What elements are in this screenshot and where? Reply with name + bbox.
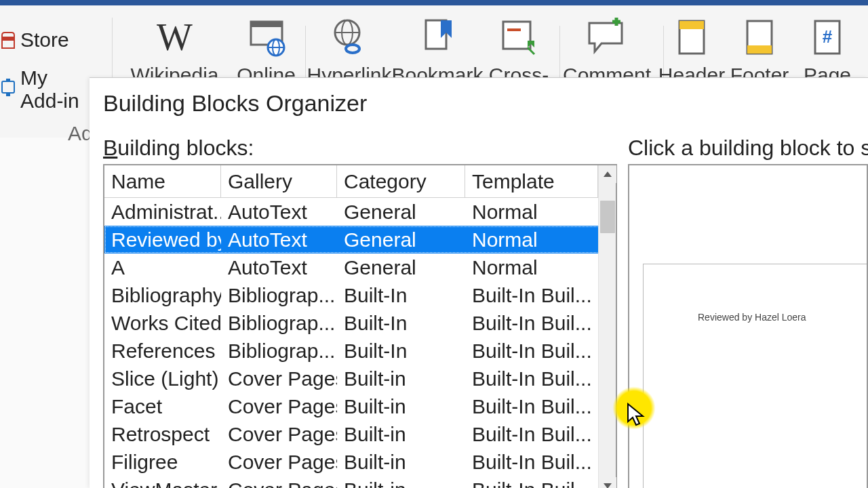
cell: Built-In Buil... [465,281,598,309]
cell: Built-In [337,309,465,337]
cell: Bibliograp... [221,309,337,337]
table-row[interactable]: Reviewed byAutoTextGeneralNormal [104,226,616,253]
store-button[interactable]: Store [0,26,92,64]
building-blocks-list[interactable]: Name Gallery Category Template Administr… [103,164,617,488]
cell: Bibliograp... [221,337,337,365]
svg-rect-1 [6,79,10,82]
header-icon [668,14,715,61]
scroll-thumb[interactable] [600,201,615,233]
svg-rect-13 [503,22,530,49]
svg-rect-4 [251,22,282,27]
cell: Built-in [337,365,465,392]
cross-reference-button[interactable]: Cross- [481,14,556,87]
table-row[interactable]: AAutoTextGeneralNormal [104,253,616,281]
col-header-gallery[interactable]: Gallery [221,165,337,198]
cell: Built-in [337,476,465,488]
cell: AutoText [221,198,337,226]
my-addins-button[interactable]: My Add-in [0,64,92,125]
cell: Built-in [337,448,465,476]
comment-button[interactable]: Comment [556,14,658,87]
table-row[interactable]: Administrat...AutoTextGeneralNormal [104,198,616,226]
cell: General [337,226,465,253]
svg-rect-2 [6,93,10,96]
addins-icon [0,78,16,102]
svg-rect-0 [2,81,14,93]
cell: Built-In Buil... [465,365,598,392]
cell: Filigree [104,448,221,476]
cell: Built-In Buil... [465,392,598,420]
cell: Administrat... [104,198,221,226]
col-header-name[interactable]: Name [104,165,221,198]
title-bar-strip [0,0,868,5]
store-label: Store [20,28,69,52]
hyperlink-icon [326,14,373,61]
table-row[interactable]: Slice (Light)Cover PagesBuilt-inBuilt-In… [104,365,616,392]
preview-pane: Reviewed by Hazel Loera [628,164,868,488]
svg-marker-24 [604,171,612,177]
preview-page: Reviewed by Hazel Loera [643,264,868,488]
header-button[interactable]: Header [658,14,726,87]
store-icon [0,30,16,49]
table-row[interactable]: FiligreeCover PagesBuilt-inBuilt-In Buil… [104,448,616,476]
online-video-button[interactable]: Online [227,14,305,87]
wikipedia-icon: W [151,14,199,61]
cell: Built-In Buil... [465,309,598,337]
my-addins-label: My Add-in [20,66,92,113]
cell: Built-in [337,392,465,420]
svg-marker-25 [604,483,612,488]
cell: Normal [465,198,598,226]
cell: Reviewed by [104,226,221,253]
table-row[interactable]: Works CitedBibliograp...Built-InBuilt-In… [104,309,616,337]
table-row[interactable]: FacetCover PagesBuilt-inBuilt-In Buil... [104,392,616,420]
col-header-category[interactable]: Category [337,165,465,198]
cell: Cover Pages [221,392,337,420]
footer-button[interactable]: Footer [726,14,793,87]
cell: Slice (Light) [104,365,221,392]
table-row[interactable]: ViewMasterCover PagesBuilt-inBuilt-In Bu… [104,476,616,488]
cell: ViewMaster [104,476,221,488]
page-number-icon: # [804,14,851,61]
scroll-up-button[interactable] [599,165,616,183]
list-header: Name Gallery Category Template [104,165,616,198]
cell: Built-In Buil... [465,448,598,476]
cell: Built-In Buil... [465,420,598,448]
cross-reference-icon [495,14,542,61]
cell: Works Cited [104,309,221,337]
wikipedia-button[interactable]: W Wikipedia [122,14,227,87]
cell: Facet [104,392,221,420]
col-header-template[interactable]: Template [465,165,598,198]
scroll-down-button[interactable] [599,477,616,488]
footer-icon [736,14,783,61]
table-row[interactable]: RetrospectCover PagesBuilt-inBuilt-In Bu… [104,420,616,448]
cell: Built-In [337,337,465,365]
cell: Built-In Buil... [465,337,598,365]
cell: Cover Pages [221,476,337,488]
cell: Cover Pages [221,365,337,392]
hyperlink-button[interactable]: Hyperlink [305,14,393,87]
table-row[interactable]: ReferencesBibliograp...Built-InBuilt-In … [104,337,616,365]
svg-rect-21 [747,45,772,54]
cell: A [104,253,221,281]
cell: General [337,253,465,281]
table-row[interactable]: BibliographyBibliograp...Built-InBuilt-I… [104,281,616,309]
preview-text: Reviewed by Hazel Loera [698,312,806,323]
addins-group: Store My Add-in [0,26,92,125]
cell: Normal [465,253,598,281]
list-scrollbar[interactable] [598,165,616,488]
comment-icon [583,14,631,61]
building-blocks-organizer-dialog: Building Blocks Organizer Building block… [90,77,868,488]
online-video-icon [243,14,290,61]
dialog-title: Building Blocks Organizer [90,78,868,136]
cell: Bibliograp... [221,281,337,309]
bookmark-button[interactable]: Bookmark [393,14,481,87]
cell: Built-In [337,281,465,309]
cell: Cover Pages [221,420,337,448]
bookmark-icon [414,14,461,61]
svg-rect-19 [679,21,704,29]
cell: Built-in [337,420,465,448]
preview-hint-label: Click a building block to see its [628,136,868,161]
cell: References [104,337,221,365]
cell: Retrospect [104,420,221,448]
cell: Bibliography [104,281,221,309]
page-number-button[interactable]: # Page [793,14,861,87]
